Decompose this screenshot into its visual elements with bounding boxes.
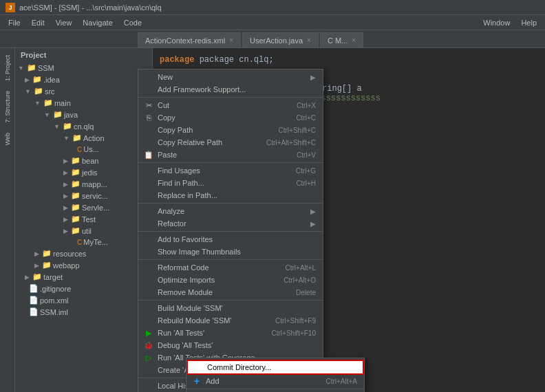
separator-5 (138, 259, 323, 260)
tab-useraction[interactable]: UserAction.java × (242, 32, 319, 47)
menu-window[interactable]: Window (478, 17, 515, 28)
debug-icon: 🐞 (142, 341, 155, 350)
tree-item-bean[interactable]: ▶ 📁 bean (15, 155, 152, 166)
menu-analyze[interactable]: Analyze ▶ (138, 205, 323, 217)
menu-add-favorites[interactable]: Add to Favorites (138, 233, 323, 246)
tree-item-src[interactable]: ▼ 📁 src (15, 85, 152, 97)
tree-item-idea[interactable]: ▶ 📁 .idea (15, 74, 152, 85)
arrow-action: ▼ (63, 135, 70, 142)
menu-find-usages[interactable]: Find Usages Ctrl+G (138, 164, 323, 177)
file-ssmiml-icon: 📄 (29, 307, 39, 316)
arrow-jedis: ▶ (63, 169, 68, 176)
folder-java-icon: 📁 (53, 110, 63, 119)
menu-refactor[interactable]: Refactor ▶ (138, 217, 323, 230)
paste-icon: 📋 (142, 151, 155, 160)
arrow-cnqlq: ▼ (54, 123, 60, 130)
menu-copy[interactable]: ⎘ Copy Ctrl+C (138, 111, 323, 124)
separator-1 (138, 97, 323, 98)
tree-item-resources[interactable]: ▶ 📁 resources (15, 248, 152, 259)
tree-item-action[interactable]: ▼ 📁 Action (15, 132, 152, 144)
menu-code[interactable]: Code (118, 17, 147, 28)
tree-item-java[interactable]: ▼ 📁 java (15, 109, 152, 120)
context-menu: New ▶ Add Framework Support... ✂ Cut Ctr… (138, 69, 323, 392)
file-gitignore-icon: 📄 (29, 284, 39, 293)
submenu-arrow-analyze: ▶ (310, 208, 316, 215)
tree-item-jedis[interactable]: ▶ 📁 jedis (15, 166, 152, 178)
menu-file[interactable]: File (3, 17, 26, 28)
tab-close-cm[interactable]: × (352, 36, 356, 44)
tab-bar: ActionContext-redis.xml × UserAction.jav… (0, 30, 545, 48)
tree-item-myte[interactable]: C MyTe... (15, 237, 152, 248)
tree-item-ssmiml[interactable]: 📄 SSM.iml (15, 306, 152, 318)
arrow-main: ▼ (34, 100, 41, 107)
menu-show-thumbnails[interactable]: Show Image Thumbnails (138, 246, 323, 258)
menu-cut[interactable]: ✂ Cut Ctrl+X (138, 99, 323, 111)
vtab-project[interactable]: 1: Project (3, 51, 12, 85)
folder-idea-icon: 📁 (32, 75, 42, 84)
menu-copy-path[interactable]: Copy Path Ctrl+Shift+C (138, 124, 323, 136)
folder-ssm-icon: 📁 (27, 63, 36, 72)
tab-cm[interactable]: C M... × (320, 32, 363, 47)
menu-view[interactable]: View (50, 17, 78, 28)
tree-item-mapp[interactable]: ▶ 📁 mapp... (15, 178, 152, 190)
menu-optimize-imports[interactable]: Optimize Imports Ctrl+Alt+O (138, 274, 323, 286)
menu-paste[interactable]: 📋 Paste Ctrl+V (138, 149, 323, 161)
folder-jedis-icon: 📁 (71, 168, 81, 177)
title-bar: J ace\SSM] - [SSM] - ...\src\main\java\c… (0, 0, 545, 15)
menu-debug-tests[interactable]: 🐞 Debug 'All Tests' (138, 339, 323, 351)
submenu-add[interactable]: + Add Ctrl+Alt+A (186, 375, 364, 387)
arrow-mapp: ▶ (63, 181, 68, 188)
arrow-resources: ▶ (34, 250, 39, 257)
tab-actioncontext[interactable]: ActionContext-redis.xml × (138, 32, 241, 47)
folder-servic-icon: 📁 (71, 191, 81, 200)
submenu-commit-dir[interactable]: Commit Directory... (186, 360, 364, 375)
menu-add-framework[interactable]: Add Framework Support... (138, 83, 323, 96)
menu-find-in-path[interactable]: Find in Path... Ctrl+H (138, 177, 323, 189)
tree-item-servic[interactable]: ▶ 📁 servic... (15, 190, 152, 202)
vtab-web[interactable]: Web (3, 129, 12, 149)
menu-remove-module[interactable]: Remove Module Delete (138, 286, 323, 298)
tree-item-servle[interactable]: ▶ 📁 Servle... (15, 202, 152, 213)
menu-new[interactable]: New ▶ (138, 71, 323, 83)
tree-item-pom[interactable]: 📄 pom.xml (15, 294, 152, 306)
folder-action-icon: 📁 (72, 133, 82, 142)
menu-copy-relative[interactable]: Copy Relative Path Ctrl+Alt+Shift+C (138, 136, 323, 149)
tree-item-us[interactable]: C Us... (15, 144, 152, 155)
add-icon: + (191, 375, 203, 386)
git-separator-1 (186, 389, 364, 389)
separator-6 (138, 300, 323, 301)
code-line-package: package package cn.qlq; (160, 55, 538, 65)
menu-bar: File Edit View Navigate Code Window Help (0, 15, 545, 30)
menu-navigate[interactable]: Navigate (77, 17, 118, 28)
tree-item-main[interactable]: ▼ 📁 main (15, 97, 152, 109)
tree-item-target[interactable]: ▶ 📁 target (15, 271, 152, 283)
tab-close-useraction[interactable]: × (307, 36, 311, 44)
menu-rebuild-module[interactable]: Rebuild Module 'SSM' Ctrl+Shift+F9 (138, 314, 323, 327)
separator-4 (138, 231, 323, 232)
menu-build-module[interactable]: Build Module 'SSM' (138, 302, 323, 314)
menu-help[interactable]: Help (515, 17, 542, 28)
folder-bean-icon: 📁 (71, 156, 81, 165)
vtab-structure[interactable]: 7: Structure (3, 87, 12, 127)
tree-item-cnqlq[interactable]: ▼ 📁 cn.qlq (15, 120, 152, 132)
tree-item-webapp[interactable]: ▶ 📁 webapp (15, 259, 152, 271)
vertical-tabs: 1: Project 7: Structure Web (0, 48, 15, 392)
menu-run-tests[interactable]: ▶ Run 'All Tests' Ctrl+Shift+F10 (138, 327, 323, 339)
menu-edit[interactable]: Edit (26, 17, 50, 28)
arrow-servic: ▶ (63, 193, 68, 199)
tab-close-actioncontext[interactable]: × (229, 36, 233, 44)
tree-item-test[interactable]: ▶ 📁 Test (15, 213, 152, 225)
app-icon: J (6, 3, 15, 12)
class-us-icon: C (77, 146, 82, 153)
menu-reformat[interactable]: Reformat Code Ctrl+Alt+L (138, 261, 323, 274)
tree-item-util[interactable]: ▶ 📁 util (15, 225, 152, 237)
folder-src-icon: 📁 (34, 87, 43, 96)
menu-replace-in-path[interactable]: Replace in Path... (138, 189, 323, 202)
tree-item-gitignore[interactable]: 📄 .gitignore (15, 283, 152, 294)
copy-icon: ⎘ (142, 113, 155, 122)
arrow-java: ▼ (44, 111, 50, 118)
separator-2 (138, 162, 323, 163)
submenu-arrow-new: ▶ (310, 74, 316, 81)
tree-item-ssm[interactable]: ▼ 📁 SSM (15, 62, 152, 74)
main-layout: 1: Project 7: Structure Web Project ▼ 📁 … (0, 48, 545, 392)
